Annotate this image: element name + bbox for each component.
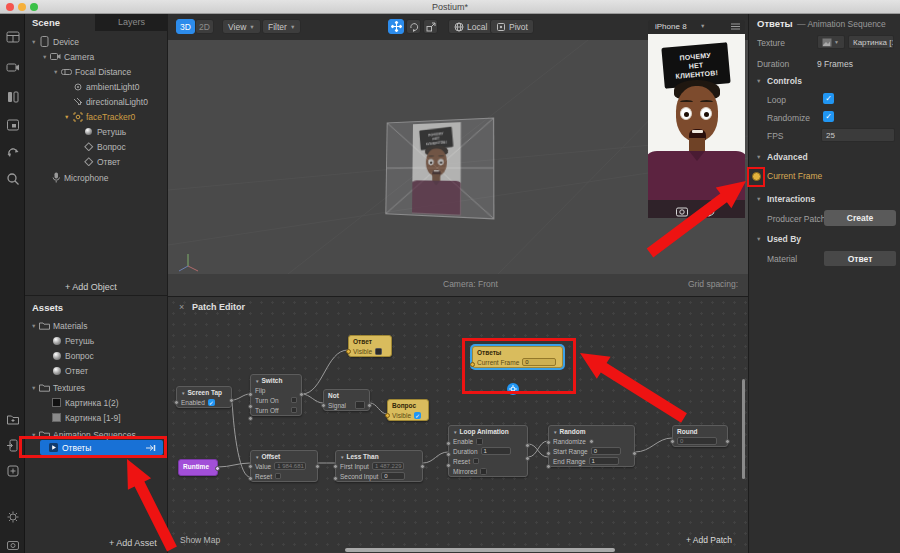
section-interactions[interactable]: Interactions	[767, 194, 815, 204]
visible-checkbox[interactable]	[375, 348, 382, 355]
search-icon[interactable]	[6, 172, 20, 186]
scene-item-microphone[interactable]: ▼Microphone	[42, 170, 108, 185]
patch-node-vopros[interactable]: Вопрос Visible✓	[387, 399, 429, 421]
local-space-button[interactable]: Local	[448, 19, 493, 34]
patch-node-loop-animation[interactable]: ▼Loop Animation Enable Duration1 Reset M…	[448, 425, 528, 477]
new-folder-icon[interactable]	[6, 412, 20, 426]
port-dot[interactable]	[725, 439, 730, 444]
asset-texture-1[interactable]: Картинка 1(2)	[51, 395, 119, 410]
chevron-down-icon[interactable]: ▼	[756, 154, 761, 160]
duration-input[interactable]: 1	[481, 447, 511, 455]
port-dot[interactable]	[420, 464, 425, 469]
filter-dropdown[interactable]: Filter▼	[262, 19, 301, 34]
port-dot[interactable]	[248, 416, 253, 421]
port-dot[interactable]	[525, 443, 530, 448]
port-dot[interactable]	[367, 403, 372, 408]
second-input[interactable]: 0	[381, 472, 405, 480]
port-dot[interactable]	[229, 398, 234, 403]
add-asset-button[interactable]: + Add Asset	[109, 538, 157, 548]
mode-3d-button[interactable]: 3D	[176, 19, 195, 34]
port-dot[interactable]	[446, 441, 451, 446]
patch-node-round[interactable]: Round 0	[672, 425, 728, 447]
chevron-down-icon[interactable]: ▼	[53, 69, 61, 75]
assets-folder-materials[interactable]: ▼Materials	[31, 318, 87, 333]
chevron-down-icon[interactable]: ▼	[756, 78, 761, 84]
visible-checkbox[interactable]: ✓	[414, 412, 421, 419]
patch-node-otvet[interactable]: Ответ Visible	[348, 335, 392, 357]
texture-type-dropdown[interactable]: ▼	[817, 35, 845, 49]
pulse-port[interactable]	[291, 407, 297, 413]
panels-icon[interactable]	[6, 30, 20, 44]
port-dot[interactable]	[446, 452, 451, 457]
assets-folder-textures[interactable]: ▼Textures	[31, 380, 85, 395]
port-dot[interactable]	[385, 413, 390, 418]
tab-layers[interactable]: Layers	[95, 14, 168, 31]
port-dot[interactable]	[248, 464, 253, 469]
end-range-input[interactable]: 1	[589, 457, 619, 465]
port-dot[interactable]	[215, 466, 220, 471]
fps-input[interactable]: 25	[821, 128, 895, 142]
scene-item-device[interactable]: ▼Device	[31, 34, 79, 49]
randomize-checkbox[interactable]: ✓	[823, 111, 834, 122]
capture-icon[interactable]	[6, 538, 20, 552]
port-dot[interactable]	[315, 464, 320, 469]
chevron-down-icon[interactable]: ▼	[756, 236, 761, 242]
section-used-by[interactable]: Used By	[767, 234, 801, 244]
view-dropdown[interactable]: View▼	[222, 19, 261, 34]
chevron-down-icon[interactable]: ▼	[42, 54, 50, 60]
scene-item-retouch[interactable]: ▼Ретушь	[75, 124, 126, 139]
hamburger-icon[interactable]	[731, 22, 740, 33]
camera-shutter-icon[interactable]	[676, 203, 688, 218]
enable-checkbox[interactable]	[476, 438, 483, 445]
port-dot[interactable]	[248, 404, 253, 409]
port-dot[interactable]	[346, 349, 351, 354]
material-value-chip[interactable]: Ответ	[824, 251, 896, 266]
simulator-screen[interactable]: ПОЧЕМУНЕТКЛИЕНТОВ!	[648, 34, 745, 218]
chevron-down-icon[interactable]: ▼	[756, 196, 761, 202]
device-export-icon[interactable]	[6, 438, 20, 452]
move-tool-button[interactable]	[388, 19, 404, 34]
rotate-camera-icon[interactable]	[704, 203, 716, 218]
pivot-button[interactable]: Pivot	[490, 19, 534, 34]
signal-box[interactable]	[355, 401, 365, 409]
patch-node-not[interactable]: Not Signal	[323, 389, 370, 411]
create-producer-patch-button[interactable]: Create	[824, 210, 896, 226]
enabled-checkbox[interactable]: ✓	[208, 399, 215, 406]
port-dot[interactable]	[546, 464, 551, 469]
port-dot[interactable]	[589, 439, 594, 444]
face-tracker-plane[interactable]: ПОЧЕМУНЕТКЛИЕНТОВ!	[385, 117, 494, 219]
port-dot[interactable]	[525, 456, 530, 461]
sync-icon[interactable]	[6, 146, 20, 160]
scale-tool-button[interactable]	[423, 19, 438, 34]
port-dot[interactable]	[321, 403, 326, 408]
section-controls[interactable]: Controls	[767, 76, 802, 86]
patch-node-less-than[interactable]: ▼Less Than First Input1 487.229 Second I…	[335, 450, 423, 482]
port-dot[interactable]	[632, 451, 637, 456]
offset-value-input[interactable]: 1 984.681	[274, 462, 306, 470]
port-dot[interactable]	[546, 440, 551, 445]
port-dot[interactable]	[546, 451, 551, 456]
scene-item-focal-distance[interactable]: ▼Focal Distance	[53, 64, 131, 79]
port-dot[interactable]	[446, 463, 451, 468]
patch-node-switch[interactable]: ▼Switch Flip Turn On Turn Off	[250, 374, 302, 416]
scene-item-camera[interactable]: ▼Camera	[42, 49, 94, 64]
asset-material-retouch[interactable]: Ретушь	[51, 333, 94, 348]
pulse-port[interactable]	[473, 458, 479, 464]
asset-texture-2[interactable]: Картинка [1-9]	[51, 410, 121, 425]
patch-node-screen-tap[interactable]: ▼Screen Tap Enabled✓	[176, 386, 232, 408]
import-icon[interactable]	[6, 464, 20, 478]
add-patch-button[interactable]: + Add Patch	[686, 535, 732, 545]
chevron-down-icon[interactable]: ▼	[31, 39, 39, 45]
start-range-input[interactable]: 0	[591, 447, 621, 455]
texture-value[interactable]: Картинка [1...	[848, 35, 894, 49]
split-view-icon[interactable]	[6, 90, 20, 104]
port-dot[interactable]	[670, 439, 675, 444]
port-dot[interactable]	[248, 476, 253, 481]
mirrored-checkbox[interactable]	[480, 468, 487, 475]
device-selector[interactable]: iPhone 8	[655, 22, 687, 31]
settings-gear-icon[interactable]	[6, 510, 20, 524]
pulse-port[interactable]	[291, 397, 297, 403]
pulse-port[interactable]	[275, 473, 281, 479]
vertical-scrollbar[interactable]	[742, 379, 745, 479]
round-input[interactable]: 0	[677, 437, 717, 445]
